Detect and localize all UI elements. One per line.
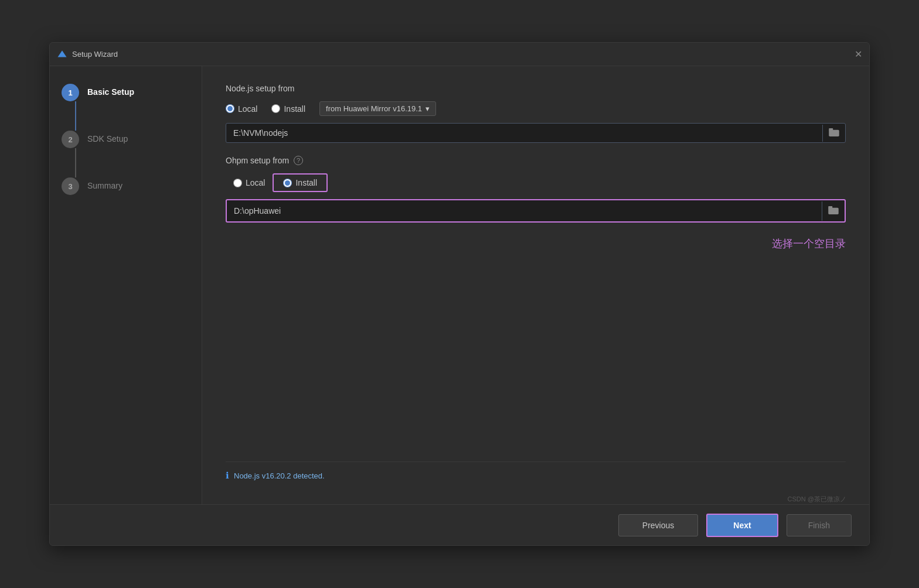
step-circle-3: 3 <box>62 177 79 195</box>
nodejs-radio-group: Local Install from Huawei Mirror v16.19.… <box>226 101 846 116</box>
content-spacer <box>226 262 846 461</box>
ohpm-path-wrapper <box>226 199 846 223</box>
nodejs-install-radio-input[interactable] <box>271 104 280 113</box>
ohpm-section-title: Ohpm setup from ? <box>226 156 846 165</box>
ohpm-install-radio-input[interactable] <box>283 179 292 187</box>
step-connector-2 <box>75 148 76 177</box>
step-circle-1: 1 <box>62 84 79 101</box>
step-label-1: Basic Setup <box>87 84 134 97</box>
title-bar: Setup Wizard ✕ <box>50 43 869 66</box>
step-item-2: 2 SDK Setup <box>62 131 190 177</box>
nodejs-path-input[interactable] <box>226 124 822 142</box>
previous-button[interactable]: Previous <box>618 514 698 536</box>
nodejs-path-wrapper <box>226 123 846 143</box>
svg-rect-4 <box>828 206 832 208</box>
chevron-down-icon: ▾ <box>426 104 430 113</box>
ohpm-path-input[interactable] <box>227 200 822 221</box>
close-button[interactable]: ✕ <box>855 50 862 59</box>
ohpm-install-radio[interactable]: Install <box>273 173 328 192</box>
app-icon <box>57 49 67 60</box>
ohpm-help-icon[interactable]: ? <box>294 156 303 165</box>
nodejs-mirror-dropdown[interactable]: from Huawei Mirror v16.19.1 ▾ <box>319 101 436 116</box>
window-body: 1 Basic Setup 2 SDK Setup <box>50 66 869 504</box>
title-bar-left: Setup Wizard <box>57 49 118 60</box>
sidebar: 1 Basic Setup 2 SDK Setup <box>50 66 202 504</box>
ohpm-local-radio[interactable]: Local <box>226 174 273 192</box>
footer: Previous Next Finish <box>50 504 869 545</box>
step-circle-2: 2 <box>62 131 79 148</box>
main-content: Node.js setup from Local Install from Hu… <box>202 66 869 504</box>
step-item-3: 3 Summary <box>62 177 190 195</box>
info-icon: ℹ <box>226 470 229 481</box>
nodejs-local-radio-input[interactable] <box>226 104 234 113</box>
window-title: Setup Wizard <box>72 50 118 59</box>
nodejs-folder-button[interactable] <box>822 125 845 142</box>
step-label-2: SDK Setup <box>87 131 128 143</box>
ohpm-local-radio-input[interactable] <box>233 179 242 187</box>
ohpm-radio-group: Local Install <box>226 173 846 192</box>
watermark-text: CSDN @茶已微凉ノ <box>788 495 846 504</box>
info-bar: ℹ Node.js v16.20.2 detected. <box>226 461 846 487</box>
svg-rect-2 <box>829 128 833 131</box>
ohpm-folder-button[interactable] <box>822 201 845 221</box>
setup-wizard-window: Setup Wizard ✕ 1 Basic Setup <box>49 42 870 546</box>
step-connector-1 <box>75 101 76 131</box>
next-button[interactable]: Next <box>706 514 778 537</box>
svg-marker-0 <box>58 50 67 57</box>
empty-dir-warning: 选择一个空目录 <box>226 237 846 251</box>
step-label-3: Summary <box>87 177 122 190</box>
info-text: Node.js v16.20.2 detected. <box>234 471 325 480</box>
nodejs-local-radio[interactable]: Local <box>226 104 257 114</box>
step-item-1: 1 Basic Setup <box>62 84 190 131</box>
nodejs-section-title: Node.js setup from <box>226 84 846 93</box>
nodejs-install-radio[interactable]: Install <box>271 104 305 114</box>
finish-button[interactable]: Finish <box>787 514 852 536</box>
